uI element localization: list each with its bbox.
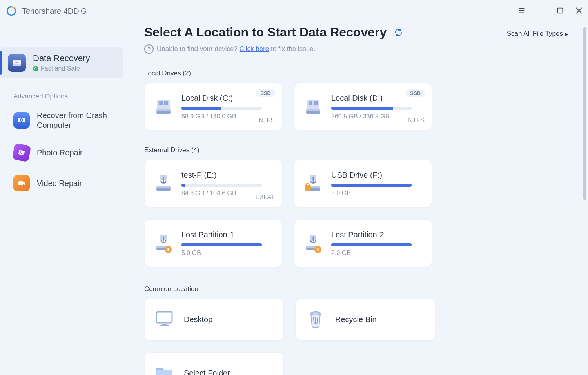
svg-rect-15 <box>314 101 318 105</box>
drive-capacity: 3.0 GB <box>331 190 424 197</box>
drive-filesystem: EXFAT <box>256 194 275 201</box>
usage-bar <box>331 184 412 187</box>
usage-bar <box>181 184 262 187</box>
drive-icon <box>302 232 324 254</box>
folder-icon <box>153 362 175 375</box>
drive-card[interactable]: Local Disk (D:)260.5 GB / 336.5 GBSSDNTF… <box>294 83 432 131</box>
svg-point-39 <box>311 312 320 315</box>
location-name: Desktop <box>184 315 212 324</box>
sidebar-item-label: Recover from Crash Computer <box>37 111 115 130</box>
drive-card[interactable]: Lost Partition-15.0 GB <box>144 219 282 267</box>
sidebar-item-label: Video Repair <box>37 178 82 188</box>
svg-rect-7 <box>18 181 23 185</box>
svg-rect-10 <box>164 101 168 105</box>
usage-bar <box>181 243 262 246</box>
app-logo-icon <box>5 5 17 17</box>
chevron-right-icon <box>565 30 568 38</box>
section-title-external: External Drives (4) <box>144 146 572 154</box>
sidebar-item-data-recovery[interactable]: Data Recovery Fast and Safe <box>0 47 123 78</box>
svg-rect-36 <box>156 312 172 323</box>
location-card[interactable]: Recycle Bin <box>296 299 435 340</box>
svg-rect-24 <box>305 185 311 191</box>
drive-name: test-P (E:) <box>181 171 274 180</box>
svg-rect-3 <box>18 118 25 122</box>
sidebar-item-crash-recover[interactable]: Recover from Crash Computer <box>0 104 133 137</box>
sidebar-item-subtitle: Fast and Safe <box>33 65 90 72</box>
drive-icon <box>302 96 324 118</box>
location-card[interactable]: Desktop <box>144 299 284 340</box>
usage-bar <box>331 107 412 110</box>
refresh-button[interactable] <box>393 27 404 38</box>
drive-name: Lost Partition-2 <box>331 230 424 239</box>
svg-rect-2 <box>13 64 21 66</box>
photo-repair-icon <box>12 143 31 162</box>
local-drives-grid: Local Disk (C:)68.9 GB / 140.0 GBSSDNTFS… <box>144 83 572 131</box>
common-locations-grid: DesktopRecycle BinSelect Folder <box>144 299 572 375</box>
svg-rect-38 <box>160 325 169 326</box>
crash-recover-icon <box>13 112 30 129</box>
bin-icon <box>305 308 327 331</box>
drive-icon <box>302 173 324 195</box>
brand: Tenorshare 4DDiG <box>5 5 87 17</box>
monitor-icon <box>153 308 175 331</box>
drive-card[interactable]: Lost Partition-22.0 GB <box>294 219 432 267</box>
app-name: Tenorshare 4DDiG <box>22 7 87 16</box>
sidebar-item-label: Data Recovery <box>33 53 90 64</box>
drive-card[interactable]: USB Drive (F:)3.0 GB <box>294 160 432 208</box>
external-drives-grid: test-P (E:)84.6 GB / 104.6 GBEXFATUSB Dr… <box>144 160 572 267</box>
video-repair-icon <box>13 175 30 191</box>
svg-rect-30 <box>168 248 169 251</box>
drive-icon <box>152 173 174 195</box>
help-link[interactable]: Click here <box>240 45 269 53</box>
location-card[interactable]: Select Folder <box>144 352 284 375</box>
drive-icon <box>152 96 174 118</box>
sidebar-item-photo-repair[interactable]: Photo Repair <box>0 137 133 168</box>
drive-icon <box>152 232 174 254</box>
drive-badge: SSD <box>406 89 425 97</box>
svg-rect-14 <box>309 101 312 105</box>
drive-name: USB Drive (F:) <box>331 171 424 180</box>
sidebar: Data Recovery Fast and Safe Advanced Opt… <box>0 0 133 375</box>
drive-badge: SSD <box>256 89 275 97</box>
usage-bar <box>181 107 262 110</box>
drive-filesystem: NTFS <box>258 117 275 124</box>
scrollbar[interactable] <box>583 27 586 333</box>
svg-rect-35 <box>318 248 319 251</box>
location-name: Select Folder <box>184 369 230 375</box>
drive-card[interactable]: test-P (E:)84.6 GB / 104.6 GBEXFAT <box>144 160 282 208</box>
drive-filesystem: NTFS <box>408 117 425 124</box>
drive-card[interactable]: Local Disk (C:)68.9 GB / 140.0 GBSSDNTFS <box>144 83 282 131</box>
data-recovery-icon <box>8 54 26 72</box>
usage-bar <box>331 243 412 246</box>
drive-capacity: 2.0 GB <box>331 249 424 257</box>
shield-check-icon <box>33 66 38 71</box>
scan-all-file-types-link[interactable]: Scan All File Types <box>507 30 568 38</box>
help-text: ? Unable to find your device? Click here… <box>144 44 572 54</box>
svg-rect-40 <box>156 370 172 375</box>
sidebar-item-label: Photo Repair <box>37 148 83 158</box>
svg-rect-5 <box>18 150 25 155</box>
svg-rect-20 <box>156 188 171 191</box>
drive-capacity: 5.0 GB <box>181 249 274 257</box>
svg-rect-12 <box>156 111 171 114</box>
advanced-options-label: Advanced Options <box>13 93 133 100</box>
svg-rect-37 <box>162 324 167 325</box>
section-title-common: Common Location <box>144 285 572 293</box>
drive-name: Lost Partition-1 <box>181 230 274 239</box>
svg-rect-17 <box>306 111 320 114</box>
location-name: Recycle Bin <box>335 315 377 324</box>
main-content: Select A Location to Start Data Recovery… <box>133 0 588 375</box>
help-icon: ? <box>144 44 154 54</box>
sidebar-item-video-repair[interactable]: Video Repair <box>0 168 133 198</box>
section-title-local: Local Drives (2) <box>144 69 572 77</box>
svg-rect-9 <box>159 101 163 105</box>
